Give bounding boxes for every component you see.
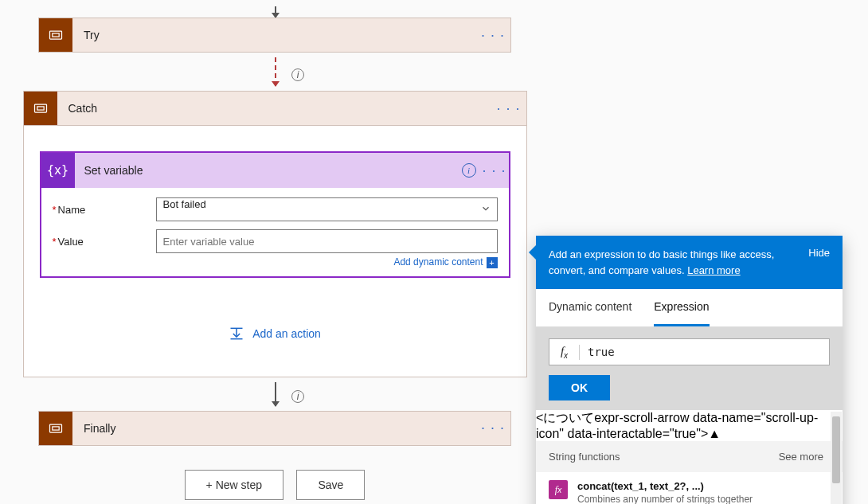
scope-try-label: Try xyxy=(72,18,475,52)
scope-icon xyxy=(24,92,57,125)
svg-rect-8 xyxy=(53,427,59,430)
ok-button[interactable]: OK xyxy=(549,375,610,400)
tab-expression[interactable]: Expression xyxy=(654,289,709,326)
action-menu[interactable]: · · · xyxy=(480,162,509,179)
svg-rect-2 xyxy=(34,104,46,112)
scrollbar-thumb[interactable] xyxy=(832,416,840,483)
add-dynamic-content-link[interactable]: Add dynamic content xyxy=(393,256,483,268)
function-concat[interactable]: fx concat(text_1, text_2?, ...) Combines… xyxy=(536,472,843,504)
add-action-button[interactable]: Add an action xyxy=(229,326,321,342)
scrollbar[interactable] xyxy=(831,412,842,504)
action-info-icon[interactable]: i xyxy=(458,163,480,178)
svg-rect-0 xyxy=(50,31,62,39)
scope-catch-label: Catch xyxy=(57,92,491,125)
name-select[interactable]: Bot failed xyxy=(156,197,498,221)
scope-catch[interactable]: Catch · · · xyxy=(23,91,527,126)
scope-catch-body: {x} Set variable i · · · *Name Bot faile… xyxy=(23,126,527,377)
fx-icon: fx xyxy=(549,480,568,499)
section-string-functions: String functions See more xyxy=(536,441,843,472)
learn-more-link[interactable]: Learn more xyxy=(687,264,740,276)
new-step-button[interactable]: + New step xyxy=(185,470,283,500)
scope-finally-label: Finally xyxy=(72,412,475,445)
value-input[interactable] xyxy=(156,229,498,253)
hide-button[interactable]: Hide xyxy=(808,247,830,259)
scope-icon xyxy=(39,18,72,52)
scope-try-menu[interactable]: · · · xyxy=(475,18,510,52)
expression-banner-text: Add an expression to do basic things lik… xyxy=(549,247,796,278)
plus-icon[interactable]: + xyxy=(487,257,498,268)
svg-rect-1 xyxy=(53,33,59,37)
fx-icon: fx xyxy=(549,345,580,360)
svg-rect-3 xyxy=(37,107,43,110)
expression-input[interactable] xyxy=(580,346,829,358)
variable-icon: {x} xyxy=(41,153,75,188)
action-title[interactable]: Set variable xyxy=(75,164,458,177)
scope-finally[interactable]: Finally · · · xyxy=(38,411,511,446)
svg-rect-7 xyxy=(50,424,62,432)
tab-dynamic-content[interactable]: Dynamic content xyxy=(549,289,631,326)
runafter-info-icon[interactable]: i xyxy=(291,68,304,81)
scope-finally-menu[interactable]: · · · xyxy=(475,412,510,445)
insert-step-icon xyxy=(229,326,244,342)
expression-panel: Add an expression to do basic things lik… xyxy=(536,236,843,504)
label-name: *Name xyxy=(53,204,156,216)
scope-icon xyxy=(39,412,72,445)
runafter-info-icon[interactable]: i xyxy=(291,390,304,403)
action-set-variable: {x} Set variable i · · · *Name Bot faile… xyxy=(40,151,510,278)
scope-catch-menu[interactable]: · · · xyxy=(491,92,526,125)
save-button[interactable]: Save xyxy=(296,470,365,500)
label-value: *Value xyxy=(53,236,156,248)
see-more-link[interactable]: See more xyxy=(779,451,823,463)
scope-try[interactable]: Try · · · xyxy=(38,18,511,53)
